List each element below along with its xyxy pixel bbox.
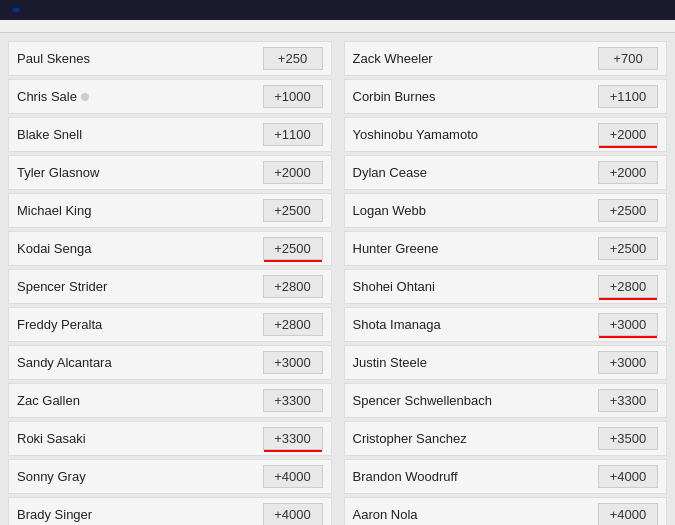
player-name: Logan Webb — [353, 203, 427, 218]
table-row[interactable]: Cristopher Sanchez+3500 — [344, 421, 668, 456]
player-name: Spencer Schwellenbach — [353, 393, 492, 408]
odds-value[interactable]: +250 — [263, 47, 323, 70]
title-bar — [0, 0, 675, 20]
player-name: Yoshinobu Yamamoto — [353, 127, 479, 142]
player-name: Corbin Burnes — [353, 89, 436, 104]
table-row[interactable]: Brandon Woodruff+4000 — [344, 459, 668, 494]
player-name: Freddy Peralta — [17, 317, 102, 332]
player-name: Kodai Senga — [17, 241, 91, 256]
odds-value[interactable]: +2000 — [598, 161, 658, 184]
player-name: Chris Sale — [17, 89, 89, 104]
odds-value[interactable]: +1000 — [263, 85, 323, 108]
table-row[interactable]: Paul Skenes+250 — [8, 41, 332, 76]
player-name: Cristopher Sanchez — [353, 431, 467, 446]
player-name: Dylan Cease — [353, 165, 427, 180]
odds-value[interactable]: +2800 — [263, 313, 323, 336]
table-row[interactable]: Sonny Gray+4000 — [8, 459, 332, 494]
table-row[interactable]: Brady Singer+4000 — [8, 497, 332, 525]
indicator-dot — [81, 93, 89, 101]
player-name: Paul Skenes — [17, 51, 90, 66]
odds-value[interactable]: +3000 — [598, 351, 658, 374]
table-row[interactable]: Shohei Ohtani+2800 — [344, 269, 668, 304]
odds-value[interactable]: +3300 — [598, 389, 658, 412]
subtitle — [0, 20, 675, 33]
table-row[interactable]: Aaron Nola+4000 — [344, 497, 668, 525]
table-row[interactable]: Logan Webb+2500 — [344, 193, 668, 228]
odds-value[interactable]: +4000 — [598, 503, 658, 525]
table-row[interactable]: Chris Sale+1000 — [8, 79, 332, 114]
odds-value[interactable]: +3000 — [598, 313, 658, 336]
odds-value[interactable]: +4000 — [263, 503, 323, 525]
player-name: Hunter Greene — [353, 241, 439, 256]
table-row[interactable]: Spencer Strider+2800 — [8, 269, 332, 304]
odds-value[interactable]: +3300 — [263, 389, 323, 412]
odds-value[interactable]: +2800 — [598, 275, 658, 298]
player-name: Zack Wheeler — [353, 51, 433, 66]
table-row[interactable]: Zac Gallen+3300 — [8, 383, 332, 418]
right-column: Zack Wheeler+700Corbin Burnes+1100Yoshin… — [344, 41, 668, 525]
player-name: Aaron Nola — [353, 507, 418, 522]
player-name: Justin Steele — [353, 355, 427, 370]
table-row[interactable]: Corbin Burnes+1100 — [344, 79, 668, 114]
player-name: Spencer Strider — [17, 279, 107, 294]
table-row[interactable]: Dylan Cease+2000 — [344, 155, 668, 190]
player-name: Sandy Alcantara — [17, 355, 112, 370]
odds-value[interactable]: +2000 — [598, 123, 658, 146]
player-name: Shota Imanaga — [353, 317, 441, 332]
odds-value[interactable]: +700 — [598, 47, 658, 70]
odds-value[interactable]: +3500 — [598, 427, 658, 450]
mlb-logo — [12, 8, 20, 12]
table-row[interactable]: Spencer Schwellenbach+3300 — [344, 383, 668, 418]
table-row[interactable]: Yoshinobu Yamamoto+2000 — [344, 117, 668, 152]
table-row[interactable]: Kodai Senga+2500 — [8, 231, 332, 266]
odds-value[interactable]: +1100 — [598, 85, 658, 108]
odds-value[interactable]: +1100 — [263, 123, 323, 146]
odds-value[interactable]: +2800 — [263, 275, 323, 298]
table-row[interactable]: Sandy Alcantara+3000 — [8, 345, 332, 380]
odds-value[interactable]: +2000 — [263, 161, 323, 184]
table-row[interactable]: Michael King+2500 — [8, 193, 332, 228]
odds-value[interactable]: +3000 — [263, 351, 323, 374]
odds-value[interactable]: +2500 — [598, 199, 658, 222]
table-row[interactable]: Hunter Greene+2500 — [344, 231, 668, 266]
table-row[interactable]: Freddy Peralta+2800 — [8, 307, 332, 342]
table-row[interactable]: Tyler Glasnow+2000 — [8, 155, 332, 190]
player-name: Sonny Gray — [17, 469, 86, 484]
table-row[interactable]: Zack Wheeler+700 — [344, 41, 668, 76]
player-name: Zac Gallen — [17, 393, 80, 408]
odds-value[interactable]: +2500 — [263, 199, 323, 222]
left-column: Paul Skenes+250Chris Sale+1000Blake Snel… — [8, 41, 332, 525]
odds-value[interactable]: +4000 — [263, 465, 323, 488]
table-row[interactable]: Shota Imanaga+3000 — [344, 307, 668, 342]
table-row[interactable]: Roki Sasaki+3300 — [8, 421, 332, 456]
odds-value[interactable]: +2500 — [263, 237, 323, 260]
odds-value[interactable]: +2500 — [598, 237, 658, 260]
player-name: Brady Singer — [17, 507, 92, 522]
player-name: Shohei Ohtani — [353, 279, 435, 294]
player-name: Blake Snell — [17, 127, 82, 142]
player-name: Brandon Woodruff — [353, 469, 458, 484]
table-row[interactable]: Justin Steele+3000 — [344, 345, 668, 380]
player-name: Michael King — [17, 203, 91, 218]
odds-value[interactable]: +3300 — [263, 427, 323, 450]
table-row[interactable]: Blake Snell+1100 — [8, 117, 332, 152]
player-name: Tyler Glasnow — [17, 165, 99, 180]
odds-value[interactable]: +4000 — [598, 465, 658, 488]
player-name: Roki Sasaki — [17, 431, 86, 446]
